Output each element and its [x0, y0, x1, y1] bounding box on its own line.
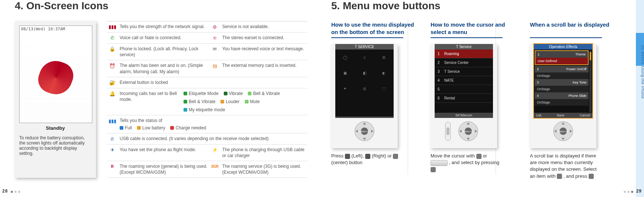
svg-text:MENU OK: MENU OK — [558, 130, 568, 133]
col1-tile: T SERVICE ◯♫☰ ▣◧◐ ✦◎⬚ MENU OK — [331, 44, 398, 148]
earset-icon: ⎋ — [211, 35, 219, 41]
charging-icon: ⚡ — [211, 147, 219, 153]
col1-caption: Press (Left), (Right) or (center) button — [331, 153, 401, 166]
no-service-icon: ⊘ — [211, 24, 219, 30]
col2-tile: T Service 1Roaming 2Service Center 3T Se… — [431, 44, 497, 148]
no-service-desc: Service is not available. — [222, 24, 269, 30]
standby-status-text: 08/13(Wed) 10:37AM — [20, 26, 92, 32]
icon-table: ▮▮▮Tells you the strength of the network… — [107, 21, 307, 178]
message-icon: ✉ — [211, 46, 219, 52]
col3-caption: A scroll bar is displayed if there are m… — [530, 153, 600, 180]
col2-title: How to move the cursor and select a menu — [431, 21, 519, 36]
bell-icon: 🔔 — [109, 91, 116, 97]
col1-screen-header: T SERVICE — [335, 44, 394, 50]
ext-lock-icon: 🔐 — [109, 80, 116, 86]
alarm-desc: The alarm has been set and is on. (Simpl… — [120, 62, 211, 74]
roaming3g-icon: 3GR — [211, 164, 219, 170]
col3-title: When a scroll bar is displayed — [530, 21, 618, 36]
alarm-icon: ⏰ — [109, 63, 116, 69]
standby-screen: 08/13(Wed) 10:37AM — [19, 26, 92, 123]
svg-rect-8 — [446, 128, 449, 135]
page-left: 4. On-Screen Icons 08/13(Wed) 10:37AM St… — [0, 0, 322, 197]
col-scrollbar: When a scroll bar is displayed Operation… — [530, 21, 618, 180]
charging-desc: The phone is charging through USB cable … — [222, 147, 306, 159]
usb-desc: USB cable is connected. (It varies depen… — [120, 136, 269, 142]
etiquette-icon — [184, 92, 187, 95]
roaming-desc: The roaming service (general) is being u… — [120, 163, 211, 175]
call-desc: Voice call or Nate is connected. — [120, 35, 181, 41]
col3-screen-header: Operation Effects — [534, 44, 592, 50]
dpad-with-side: MENU OK — [442, 120, 486, 142]
louder-icon — [220, 100, 224, 103]
svg-text:MENU OK: MENU OK — [463, 130, 473, 133]
page-number-left: 28 — [2, 188, 23, 194]
col-bottom-menu: How to use the menu displayed on the bot… — [331, 21, 419, 180]
standby-label: Standby — [19, 125, 92, 131]
mute-icon — [245, 100, 249, 103]
message-desc: You have recieved voice or text message. — [222, 46, 304, 52]
memory-card-desc: The external memory card is inserted. — [222, 62, 297, 68]
center-key-icon — [393, 154, 398, 159]
col1-title: How to use the menu displayed on the bot… — [331, 21, 419, 36]
ext-lock-desc: External button is locked — [120, 79, 168, 85]
dpad-icon: MENU OK — [342, 120, 387, 142]
col2-screen: T Service 1Roaming 2Service Center 3T Se… — [435, 44, 493, 118]
lock-icon: 🔒 — [109, 46, 116, 52]
bell-vibrate-icon — [248, 92, 251, 95]
bell-desc: Incoming calls has set to Bell mode. — [120, 91, 184, 102]
my-etiquette-icon — [184, 108, 187, 112]
flight-desc: You have set the phone as flight mode. — [120, 147, 196, 153]
col3-tile: Operation Effects 1Theme User Defined 2P… — [530, 44, 596, 148]
side-key-icon — [431, 160, 448, 166]
left-key-icon — [345, 154, 350, 159]
ok-key-icon — [589, 174, 594, 179]
usb-icon: ⎚ — [109, 136, 116, 142]
battery-icon: ▮▮▮ — [109, 118, 116, 124]
page-number-right: 29 — [621, 188, 642, 194]
col2-caption: Move the cursor with or , and select by … — [431, 153, 501, 173]
col1-screen: T SERVICE ◯♫☰ ▣◧◐ ✦◎⬚ — [335, 44, 394, 118]
vibrate-icon — [224, 92, 227, 95]
nav-key-icon — [557, 174, 562, 179]
lock-desc: Phone is locked. (Lock all, Privacy, Loc… — [120, 46, 211, 58]
ring-modes: Etiquette Mode Vibrate Bell & Vibrate Be… — [184, 91, 306, 113]
call-icon: ✆ — [109, 35, 116, 41]
col-move-cursor: How to move the cursor and select a menu… — [431, 21, 519, 180]
battery-low-icon — [137, 126, 141, 130]
columns: How to use the menu displayed on the bot… — [331, 21, 629, 180]
roaming-icon: R — [109, 164, 116, 170]
signal-desc: Tells you the strength of the network si… — [120, 24, 205, 30]
page-right: 5. Menu move buttons How to use the menu… — [322, 0, 644, 197]
svg-text:MENU OK: MENU OK — [359, 130, 370, 133]
ok-key-icon — [431, 167, 436, 172]
dpad-icon: MENU OK — [541, 120, 585, 142]
earset-desc: The stereo earset is connected. — [222, 35, 284, 41]
battery-desc: Tells you the status of — [120, 118, 306, 123]
flight-icon: ✈ — [109, 147, 116, 153]
battery-full-icon — [120, 126, 123, 130]
col2-screen-header: T Service — [435, 44, 493, 50]
standby-note: To reduce the battery consuption, the sc… — [19, 135, 92, 156]
signal-icon: ▮▮▮ — [109, 24, 116, 30]
right-key-icon — [365, 154, 370, 159]
col3-screen: Operation Effects 1Theme User Defined 2P… — [534, 44, 592, 118]
nav-key-icon — [476, 154, 482, 159]
memory-card-icon: ▤ — [211, 63, 219, 69]
scrollbar-thumb — [590, 52, 591, 60]
standby-wallpaper — [34, 56, 77, 99]
bell-vibrate2-icon — [184, 100, 187, 103]
heading-right: 5. Menu move buttons — [331, 0, 629, 12]
heading-left: 4. On-Screen Icons — [15, 0, 307, 12]
chapter-label: 01 Before Using the Phone — [641, 45, 644, 99]
battery-charge-icon — [170, 126, 174, 130]
roaming3g-desc: The roaming service (3G) is being used. … — [222, 163, 306, 175]
standby-panel: 08/13(Wed) 10:37AM Standby To reduce the… — [15, 21, 96, 178]
